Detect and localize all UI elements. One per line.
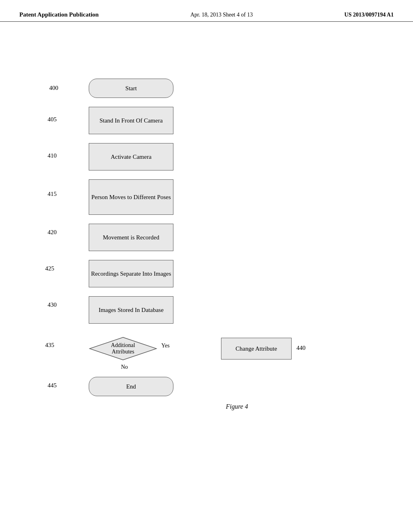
node-start: Start: [89, 79, 173, 98]
publication-number: US 2013/0097194 A1: [344, 12, 394, 18]
label-415: 415: [48, 191, 57, 197]
label-410: 410: [48, 152, 57, 159]
page-header: Patent Application Publication Apr. 18, …: [0, 0, 413, 22]
node-405: Stand In Front Of Camera: [89, 107, 173, 134]
label-yes: Yes: [161, 343, 169, 349]
label-400: 400: [49, 85, 58, 91]
node-440: Change Attribute: [221, 338, 292, 360]
node-435: Additional Attributes: [89, 337, 157, 361]
label-no: No: [121, 364, 128, 370]
label-430: 430: [48, 301, 57, 308]
label-435: 435: [45, 342, 54, 349]
node-415: Person Moves to Different Poses: [89, 179, 173, 215]
node-430: Images Stored In Database: [89, 296, 173, 324]
node-end: End: [89, 377, 173, 396]
label-440: 440: [296, 345, 306, 351]
node-425: Recordings Separate Into Images: [89, 260, 173, 287]
label-420: 420: [48, 229, 57, 236]
figure-label: Figure 4: [226, 403, 248, 410]
node-410: Activate Camera: [89, 143, 173, 170]
publication-title: Patent Application Publication: [19, 11, 99, 18]
label-405: 405: [48, 116, 57, 123]
label-425: 425: [45, 265, 54, 272]
label-445: 445: [48, 382, 57, 389]
publication-date: Apr. 18, 2013 Sheet 4 of 13: [190, 12, 253, 18]
node-420: Movement is Recorded: [89, 224, 173, 251]
svg-marker-10: [90, 337, 156, 360]
